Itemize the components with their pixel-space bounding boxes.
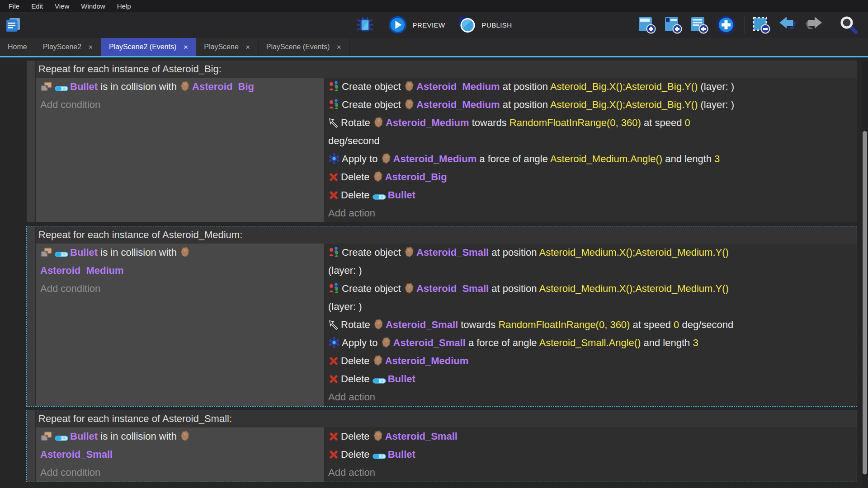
- add-comment-button[interactable]: [689, 14, 712, 35]
- add-condition-button[interactable]: Add condition: [40, 96, 320, 114]
- action-row[interactable]: Create object Asteroid_Medium at positio…: [328, 78, 853, 96]
- force-icon: [328, 337, 340, 348]
- undo-button[interactable]: [777, 14, 800, 35]
- sentence-text: Create object: [342, 247, 404, 258]
- publish-button[interactable]: PUBLISH: [457, 15, 513, 35]
- event-drag-handle[interactable]: [27, 61, 36, 222]
- action-row[interactable]: Delete Asteroid_Medium: [328, 352, 853, 370]
- object-name: Bullet: [388, 189, 415, 201]
- add-event-button[interactable]: [637, 14, 659, 35]
- action-row[interactable]: Create object Asteroid_Medium at positio…: [328, 96, 853, 114]
- object-name: Asteroid_Big: [192, 81, 254, 92]
- action-row[interactable]: Create object Asteroid_Small at position…: [328, 280, 853, 316]
- remove-selection-button[interactable]: [751, 14, 774, 35]
- event[interactable]: Repeat for each instance of Asteroid_Big…: [26, 60, 857, 223]
- tab-playscene[interactable]: PlayScene ✕: [196, 38, 258, 56]
- close-icon[interactable]: ✕: [183, 44, 188, 51]
- sentence-text: Delete: [341, 449, 373, 460]
- scrollbar-thumb[interactable]: [863, 131, 867, 474]
- action-row[interactable]: Delete Bullet: [328, 186, 853, 204]
- debugger-button[interactable]: [355, 15, 377, 35]
- menu-item-window[interactable]: Window: [75, 2, 111, 10]
- sentence-text: Delete: [341, 373, 373, 385]
- object-name: Asteroid_Medium: [393, 153, 477, 164]
- bullet-icon: [55, 251, 68, 258]
- condition-row[interactable]: Bullet is in collision with Asteroid_Sma…: [40, 427, 320, 464]
- expression-text: Asteroid_Big.X();Asteroid_Big.Y(): [550, 81, 698, 92]
- menu-item-edit[interactable]: Edit: [25, 2, 49, 10]
- action-row[interactable]: Delete Asteroid_Big: [328, 168, 853, 186]
- tab-home[interactable]: Home: [0, 38, 35, 56]
- sentence-text: (layer: ): [698, 99, 734, 110]
- object-name: Asteroid_Small: [386, 319, 458, 330]
- tab-playscene2[interactable]: PlayScene2 ✕: [35, 38, 101, 56]
- close-icon[interactable]: ✕: [245, 44, 250, 51]
- sentence-text: is in collision with: [98, 247, 179, 258]
- add-new-button[interactable]: [715, 14, 739, 36]
- action-row[interactable]: Rotate Asteroid_Medium towards RandomFlo…: [328, 114, 853, 150]
- sentence-text: is in collision with: [98, 81, 179, 92]
- delete-icon: [328, 356, 339, 366]
- condition-row[interactable]: Bullet is in collision with Asteroid_Med…: [40, 244, 320, 280]
- sentence-text: at position: [489, 247, 539, 258]
- expression-text: Asteroid_Small.Angle(): [539, 337, 641, 348]
- sentence-text: (layer: ): [698, 81, 734, 92]
- vertical-scrollbar[interactable]: [862, 61, 868, 488]
- add-sub-event-button[interactable]: [663, 14, 685, 35]
- redo-button[interactable]: [803, 14, 826, 35]
- search-button[interactable]: [838, 14, 861, 35]
- condition-row[interactable]: Bullet is in collision with Asteroid_Big: [40, 78, 320, 96]
- tab-playscene-events[interactable]: PlayScene (Events) ✕: [259, 38, 349, 56]
- event[interactable]: Repeat for each instance of Asteroid_Med…: [26, 226, 857, 407]
- action-row[interactable]: Delete Bullet: [328, 446, 853, 464]
- sentence-text: at position: [500, 99, 550, 110]
- menu-item-file[interactable]: File: [3, 2, 25, 10]
- conditions-column: Bullet is in collision with Asteroid_Med…: [36, 244, 324, 406]
- sentence-text: towards: [458, 319, 498, 330]
- force-icon: [328, 153, 340, 164]
- event-header[interactable]: Repeat for each instance of Asteroid_Sma…: [36, 410, 857, 427]
- expression-text: 0: [674, 319, 679, 330]
- add-action-button[interactable]: Add action: [328, 464, 853, 482]
- object-name: Asteroid_Big: [385, 171, 447, 183]
- asteroid-icon: [373, 171, 383, 183]
- action-row[interactable]: Apply to Asteroid_Small a force of angle…: [328, 334, 853, 352]
- close-icon[interactable]: ✕: [336, 44, 341, 51]
- rotate-icon: [328, 319, 339, 330]
- asteroid-icon: [373, 355, 383, 366]
- delete-icon: [328, 431, 339, 442]
- add-action-button[interactable]: Add action: [328, 388, 853, 406]
- menu-item-view[interactable]: View: [49, 2, 75, 10]
- sentence-text: (layer: ): [328, 301, 362, 312]
- actions-column: Create object Asteroid_Small at position…: [324, 244, 857, 406]
- event-drag-handle[interactable]: [27, 410, 36, 482]
- preview-button[interactable]: PREVIEW: [388, 15, 446, 35]
- close-icon[interactable]: ✕: [88, 44, 93, 51]
- action-row[interactable]: Rotate Asteroid_Small towards RandomFloa…: [328, 316, 853, 334]
- add-event-icon: [637, 15, 656, 34]
- bullet-icon: [373, 193, 386, 201]
- asteroid-icon: [381, 153, 392, 164]
- action-row[interactable]: Apply to Asteroid_Medium a force of angl…: [328, 150, 853, 168]
- action-row[interactable]: Delete Bullet: [328, 370, 853, 388]
- add-action-button[interactable]: Add action: [328, 204, 853, 222]
- project-manager-button[interactable]: [4, 15, 24, 34]
- event-header[interactable]: Repeat for each instance of Asteroid_Big…: [36, 61, 857, 78]
- conditions-column: Bullet is in collision with Asteroid_Big…: [36, 78, 324, 222]
- event-drag-handle[interactable]: [27, 226, 36, 406]
- menu-bar: File Edit View Window Help: [0, 0, 868, 12]
- action-row[interactable]: Create object Asteroid_Small at position…: [328, 244, 853, 280]
- object-name: Asteroid_Small: [416, 283, 489, 294]
- action-row[interactable]: Delete Asteroid_Small: [328, 427, 853, 446]
- asteroid-icon: [179, 246, 190, 258]
- add-condition-button[interactable]: Add condition: [40, 280, 320, 298]
- delete-icon: [328, 172, 339, 183]
- menu-item-help[interactable]: Help: [111, 2, 137, 10]
- tab-playscene2-events[interactable]: PlayScene2 (Events) ✕: [101, 38, 196, 56]
- event[interactable]: Repeat for each instance of Asteroid_Sma…: [26, 410, 857, 482]
- sentence-text: Delete: [341, 189, 373, 201]
- sentence-text: Rotate: [341, 117, 373, 128]
- object-name: Asteroid_Small: [385, 431, 458, 442]
- event-header[interactable]: Repeat for each instance of Asteroid_Med…: [36, 226, 857, 244]
- add-condition-button[interactable]: Add condition: [40, 464, 320, 482]
